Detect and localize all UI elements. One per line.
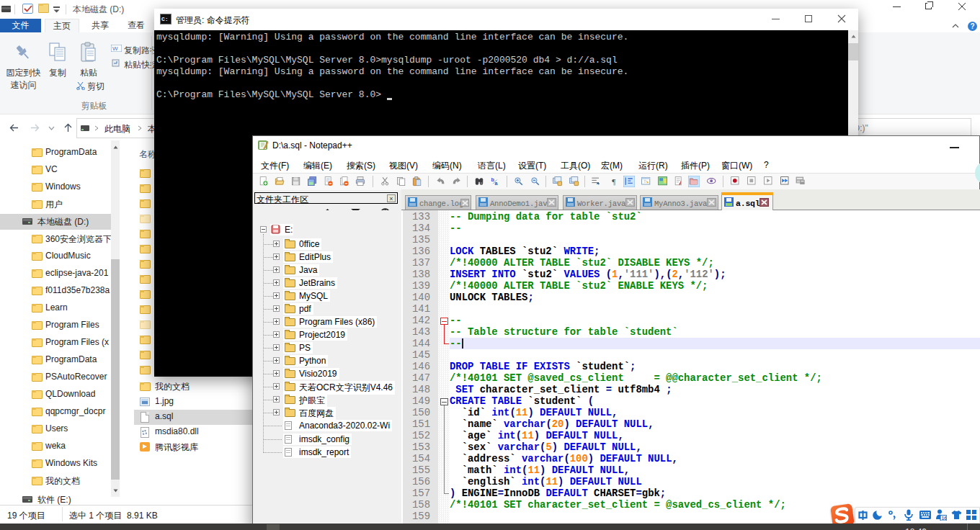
- svg-text:16: 16: [942, 516, 947, 521]
- svg-text:W: W: [112, 45, 118, 52]
- svg-text:a: a: [494, 180, 498, 187]
- svg-text:¶: ¶: [612, 177, 615, 186]
